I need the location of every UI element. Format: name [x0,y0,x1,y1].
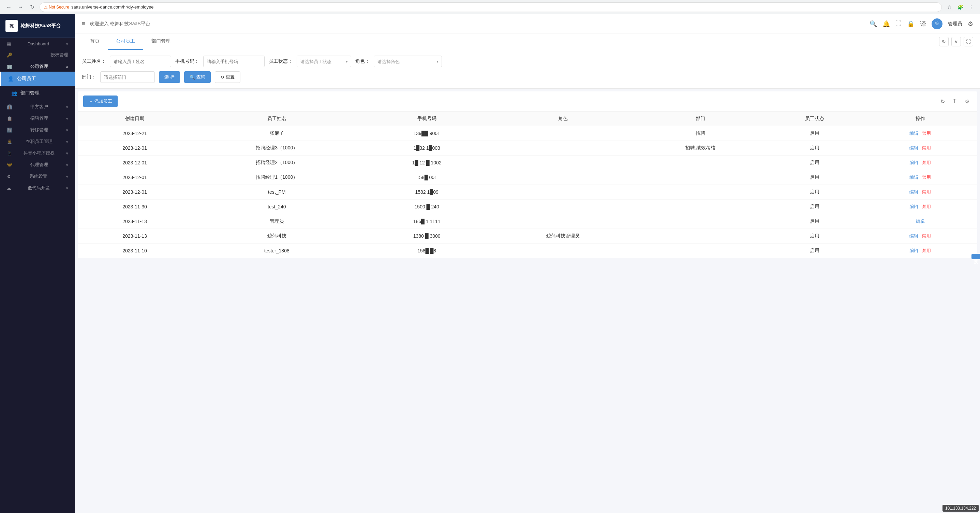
add-employee-button[interactable]: ＋ 添加员工 [83,96,118,107]
toolbar-right: ↻ T ⚙ [938,97,972,106]
edit-link[interactable]: 编辑 [909,233,918,238]
ip-address-badge: 101.133.134.222 [942,505,978,511]
sidebar-label-company: 公司管理 [30,64,48,70]
status-select[interactable]: 请选择员工状态 启用 禁用 [297,56,351,67]
dept-select-button[interactable]: 选 择 [159,71,180,83]
disable-link[interactable]: 禁用 [922,189,931,194]
edit-link[interactable]: 编辑 [909,204,918,209]
query-label: 查询 [196,74,205,80]
refresh-tab-button[interactable]: ↻ [939,37,949,46]
settings-gear-icon[interactable]: ⚙ [968,20,973,28]
chevron-settings-icon: ∨ [66,175,68,178]
sidebar-label-agent: 代理管理 [30,162,48,168]
menu-toggle-button[interactable]: ≡ [82,20,86,27]
forward-button[interactable]: → [16,2,25,12]
bookmark-button[interactable]: ☆ [945,2,954,12]
sidebar-item-dashboard[interactable]: ▦ Dashboard ∨ [0,38,75,48]
reset-button[interactable]: ↺ 重置 [215,71,240,83]
table-body: 2023-12-21 张麻子 139██ 9001 招聘 启用 编辑 禁用 [78,126,977,258]
col-name: 员工姓名 [192,112,362,126]
disable-link[interactable]: 禁用 [922,248,931,253]
phone-input[interactable] [203,56,265,67]
cell-actions: 编辑 [863,214,977,229]
cell-dept [635,170,766,185]
feedback-badge[interactable]: 反馈 [972,254,980,259]
edit-link[interactable]: 编辑 [909,131,918,136]
reload-button[interactable]: ↻ [27,2,37,12]
sidebar-item-lowcode[interactable]: ☁ 低代码开发 ∨ [0,182,75,193]
cell-actions: 编辑 禁用 [863,126,977,141]
cell-dept: 招聘 [635,126,766,141]
sidebar-item-auth[interactable]: 🔑 授权管理 [0,48,75,60]
role-select[interactable]: 请选择角色 [374,56,442,67]
tab-dept-mgmt[interactable]: 部门管理 [143,33,179,50]
disable-link[interactable]: 禁用 [922,131,931,136]
disable-link[interactable]: 禁用 [922,233,931,238]
edit-link[interactable]: 编辑 [909,145,918,150]
tab-employees[interactable]: 公司员工 [108,33,143,50]
chevron-down-tab-button[interactable]: ∨ [951,37,961,46]
employee-name-input[interactable] [110,56,171,67]
avatar: 管 [932,18,942,29]
column-settings-button[interactable]: T [950,97,959,106]
more-button[interactable]: ⋮ [966,2,976,12]
tab-home[interactable]: 首页 [82,33,108,50]
table-config-button[interactable]: ⚙ [962,97,972,106]
disable-link[interactable]: 禁用 [922,160,931,165]
sidebar-item-onstaff[interactable]: 👨‍💼 在职员工管理 ∨ [0,135,75,147]
role-label: 角色： [355,58,370,64]
sidebar-item-company[interactable]: 🏢 公司管理 ∧ [0,60,75,72]
chevron-transfer-icon: ∨ [66,128,68,132]
disable-link[interactable]: 禁用 [922,145,931,150]
sidebar-label-dept: 部门管理 [21,90,40,96]
cell-name: test_240 [192,199,362,214]
sidebar-item-agent[interactable]: 🤝 代理管理 ∨ [0,158,75,170]
transfer-icon: 🔄 [7,127,12,133]
disable-link[interactable]: 禁用 [922,204,931,209]
cell-date: 2023-12-01 [78,185,192,199]
query-button[interactable]: 🔍 查询 [184,71,211,83]
tab-bar: 首页 公司员工 部门管理 ↻ ∨ ⛶ [75,33,980,50]
sidebar-item-settings[interactable]: ⚙ 系统设置 ∨ [0,170,75,182]
cell-phone: 186█ 1 1111 [362,214,492,229]
back-button[interactable]: ← [4,2,14,12]
edit-link[interactable]: 编辑 [909,160,918,165]
cell-status: 启用 [766,229,863,244]
edit-link[interactable]: 编辑 [916,219,925,224]
edit-link[interactable]: 编辑 [909,189,918,194]
dept-input[interactable] [100,71,155,83]
cell-status: 启用 [766,244,863,258]
sidebar-item-client[interactable]: 👔 甲方客户 ∨ [0,100,75,112]
edit-link[interactable]: 编辑 [909,248,918,253]
fullscreen-tab-button[interactable]: ⛶ [964,37,973,46]
bell-icon[interactable]: 🔔 [883,20,890,28]
sidebar-item-dept-mgmt[interactable]: 👥 部门管理 [0,86,75,100]
refresh-table-button[interactable]: ↻ [938,97,947,106]
dept-label: 部门： [82,74,96,80]
cell-status: 启用 [766,170,863,185]
phone-label: 手机号码： [175,58,199,64]
cell-dept: 招聘,绩效考核 [635,141,766,156]
cell-date: 2023-11-30 [78,199,192,214]
extensions-button[interactable]: 🧩 [955,2,965,12]
cell-phone: 1█32 1█003 [362,141,492,156]
search-icon[interactable]: 🔍 [870,20,877,28]
disable-link[interactable]: 禁用 [922,175,931,180]
client-icon: 👔 [7,104,12,110]
fullscreen-icon[interactable]: ⛶ [896,20,902,27]
translate-icon[interactable]: 译 [920,20,926,28]
cell-phone: 1500 █ 240 [362,199,492,214]
sidebar-label-dashboard: Dashboard [28,41,49,46]
sidebar-item-recruit[interactable]: 📋 招聘管理 ∨ [0,112,75,123]
chevron-recruit-icon: ∨ [66,117,68,120]
lock-icon[interactable]: 🔒 [907,20,915,28]
employee-name-label: 员工姓名： [82,58,106,64]
edit-link[interactable]: 编辑 [909,175,918,180]
cell-phone: 158█ █8 [362,244,492,258]
main-content: ≡ 欢迎进入 乾舞科技SaaS平台 🔍 🔔 ⛶ 🔒 译 管 管理员 ⚙ 首页 公… [75,14,980,513]
sidebar-item-employees[interactable]: 👤 公司员工 [0,72,75,86]
sidebar-item-transfer[interactable]: 🔄 转移管理 ∨ [0,123,75,135]
logo-icon: 乾 [5,20,18,32]
address-bar[interactable]: ⚠ Not Secure saas.universe-dance.com/hr/… [40,2,942,12]
sidebar-item-tiktok[interactable]: 📱 抖音小程序授权 ∨ [0,147,75,158]
